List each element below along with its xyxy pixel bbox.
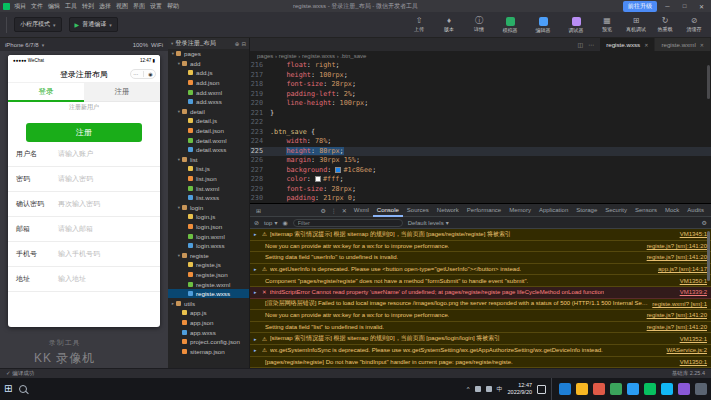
- field-input[interactable]: 输入地址: [58, 274, 86, 284]
- source-link[interactable]: registe.js? [sm]:141:20: [647, 243, 707, 249]
- search-icon[interactable]: [19, 385, 27, 393]
- tree-item[interactable]: login.wxss: [168, 241, 249, 251]
- taskbar-app-icon[interactable]: [695, 383, 707, 395]
- source-link[interactable]: registe.js? [sm]:141:20: [647, 324, 707, 330]
- devtools-tab[interactable]: Network: [433, 204, 463, 217]
- tree-item[interactable]: registe.js: [168, 260, 249, 270]
- eye-icon[interactable]: ◉: [282, 219, 287, 226]
- field-input[interactable]: 再次输入密码: [58, 199, 100, 209]
- code-line[interactable]: 222: [250, 118, 711, 128]
- tree-item[interactable]: list.json: [168, 174, 249, 184]
- device-select[interactable]: iPhone 6/7/8: [5, 42, 39, 48]
- console-message[interactable]: ▸ ⚠ [sitemap 索引情况提示] 根据 sitemap 的规则[0]，当…: [250, 229, 711, 241]
- tree-item[interactable]: project.config.json: [168, 337, 249, 347]
- taskbar-app-icon[interactable]: [644, 383, 656, 395]
- devtools-tab[interactable]: Security: [601, 204, 631, 217]
- code-line[interactable]: 219 padding-left: 2%;: [250, 90, 711, 100]
- devtools-tab[interactable]: Sources: [403, 204, 433, 217]
- console-message[interactable]: [渲染层网络层错误] Failed to load local image re…: [250, 299, 711, 311]
- devtools-tab[interactable]: Sensors: [631, 204, 661, 217]
- expand-arrow-icon[interactable]: ▸: [254, 347, 259, 353]
- tree-item[interactable]: ▾ pages: [168, 49, 249, 59]
- tab[interactable]: 登录: [8, 83, 84, 102]
- source-link[interactable]: WAService.js:2: [667, 347, 707, 353]
- tree-item[interactable]: detail.wxml: [168, 135, 249, 145]
- clock[interactable]: 12:47 2022/9/20: [508, 382, 532, 397]
- console-message[interactable]: ▸ ✕ thirdScriptError Cannot read propert…: [250, 287, 711, 299]
- code-line[interactable]: 224 width: 78%;: [250, 137, 711, 147]
- field-input[interactable]: 请输入密码: [58, 174, 93, 184]
- taskbar-app-icon[interactable]: [661, 383, 673, 395]
- tree-item[interactable]: ▾ detail: [168, 107, 249, 117]
- panel-toggle-button[interactable]: 调试器: [563, 17, 589, 33]
- source-link[interactable]: VM1339:2: [680, 289, 707, 295]
- close-tab-icon[interactable]: ✕: [644, 42, 648, 48]
- expand-arrow-icon[interactable]: ▸: [254, 231, 259, 237]
- console-message[interactable]: [pages/registe/registe] Do not have "bin…: [250, 357, 711, 368]
- tray-expand-icon[interactable]: ^: [467, 386, 470, 392]
- taskbar-app-icon[interactable]: [627, 383, 639, 395]
- tree-item[interactable]: registe.json: [168, 270, 249, 280]
- collapse-all-icon[interactable]: ⊟: [241, 41, 246, 47]
- taskbar-app-icon[interactable]: [678, 383, 690, 395]
- console-message[interactable]: Now you can provide attr wx:key for a wx…: [250, 241, 711, 253]
- tree-item[interactable]: detail.json: [168, 126, 249, 136]
- tree-item[interactable]: detail.wxss: [168, 145, 249, 155]
- panel-toggle-button[interactable]: 编辑器: [530, 17, 556, 33]
- console-message[interactable]: ▸ ⚠ wx.getSystemInfoSync is deprecated. …: [250, 345, 711, 357]
- upgrade-badge[interactable]: 前往升级: [623, 1, 657, 12]
- devtools-tab[interactable]: Wxml: [350, 204, 373, 217]
- network-icon[interactable]: [475, 386, 481, 392]
- code-line[interactable]: 223 .btn_save {: [250, 128, 711, 138]
- source-link[interactable]: VM1352:1: [680, 336, 707, 342]
- toolbar-button[interactable]: ⊞ 真机调试: [625, 17, 647, 32]
- toolbar-button[interactable]: ♦ 版本: [438, 17, 460, 32]
- editor-tab[interactable]: registe.wxml ✕: [655, 38, 711, 51]
- menu-item[interactable]: 帮助: [167, 2, 179, 11]
- log-levels-select[interactable]: Default levels ▾: [408, 219, 449, 226]
- code-editor[interactable]: 216 float: right; 217 height: 100rpx; 21…: [250, 61, 711, 203]
- inspect-device-icon[interactable]: ⊞: [253, 207, 264, 214]
- console-message[interactable]: Setting data field "list" to undefined i…: [250, 322, 711, 334]
- code-line[interactable]: 216 float: right;: [250, 61, 711, 71]
- tree-item[interactable]: login.json: [168, 222, 249, 232]
- code-line[interactable]: 218 font-size: 28rpx;: [250, 80, 711, 90]
- mode-select[interactable]: 小程序模式 ▾: [14, 17, 62, 32]
- editor-scrollbar[interactable]: [707, 65, 710, 99]
- toolbar-button[interactable]: ⊘ 清缓存: [683, 17, 705, 32]
- menu-item[interactable]: 编辑: [48, 2, 60, 11]
- field-input[interactable]: 请输入账户: [58, 149, 93, 159]
- source-link[interactable]: registe.wxml? [sm]:1: [652, 301, 707, 307]
- source-link[interactable]: registe.js? [sm]:141:20: [647, 254, 707, 260]
- source-link[interactable]: app.js? [sm]:14:17: [658, 266, 707, 272]
- tree-item[interactable]: ▸ utils: [168, 298, 249, 308]
- devtools-tab[interactable]: Console: [373, 204, 403, 217]
- tree-item[interactable]: ▾ login: [168, 203, 249, 213]
- close-devtools-icon[interactable]: ✕: [342, 207, 347, 214]
- minimize-button[interactable]: ─: [661, 3, 674, 9]
- devtools-tab[interactable]: Memory: [505, 204, 535, 217]
- tree-item[interactable]: list.wxml: [168, 183, 249, 193]
- tree-item[interactable]: list.js: [168, 164, 249, 174]
- expand-arrow-icon[interactable]: ▸: [254, 336, 259, 342]
- tab[interactable]: 注册: [84, 83, 160, 102]
- register-button[interactable]: 注册: [26, 123, 142, 142]
- tree-item[interactable]: detail.js: [168, 116, 249, 126]
- settings-gear-icon[interactable]: ⚙: [320, 207, 325, 214]
- console-message[interactable]: Component "pages/registe/registe" does n…: [250, 275, 711, 287]
- code-line[interactable]: 217 height: 100rpx;: [250, 71, 711, 81]
- panel-toggle-button[interactable]: 模拟器: [497, 17, 523, 33]
- menu-item[interactable]: 转到: [82, 2, 94, 11]
- split-editor-icon[interactable]: ◫: [577, 41, 583, 48]
- maximize-button[interactable]: □: [678, 3, 691, 9]
- taskbar-app-icon[interactable]: [559, 383, 571, 395]
- field-input[interactable]: 请输入邮箱: [58, 224, 93, 234]
- explorer-header[interactable]: ▾ 登录注册_布局 ⊕ ⊟: [168, 38, 249, 49]
- tree-item[interactable]: app.json: [168, 318, 249, 328]
- console-message[interactable]: Now you can provide attr wx:key for a wx…: [250, 310, 711, 322]
- tree-item[interactable]: add.json: [168, 78, 249, 88]
- devtools-tab[interactable]: Performance: [463, 204, 505, 217]
- tree-item[interactable]: ▾ add: [168, 59, 249, 69]
- tree-item[interactable]: app.js: [168, 308, 249, 318]
- close-button[interactable]: ✕: [695, 3, 708, 10]
